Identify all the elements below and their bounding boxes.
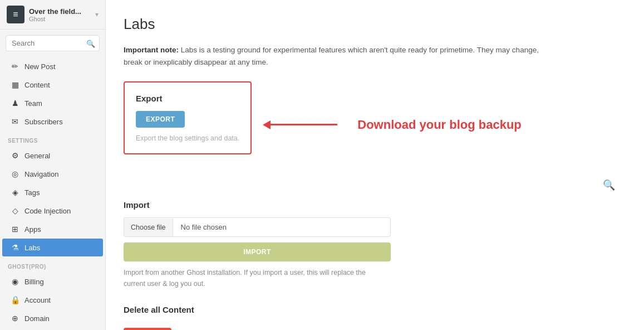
- sidebar-item-label: Team: [24, 99, 42, 108]
- sidebar-item-content[interactable]: ▦ Content: [2, 76, 103, 94]
- apps-icon: ⊞: [10, 225, 20, 234]
- sidebar-item-label: Tags: [24, 188, 40, 197]
- callout-label: Download your blog backup: [357, 118, 522, 132]
- labs-icon: ⚗: [10, 243, 20, 252]
- brand-name: Over the field...: [29, 7, 95, 16]
- callout-arrow: [263, 120, 337, 129]
- domain-icon: ⊕: [10, 314, 20, 323]
- sidebar-item-label: General: [24, 152, 50, 160]
- new-post-icon: ✏: [10, 62, 20, 71]
- sidebar-item-apps[interactable]: ⊞ Apps: [2, 220, 103, 238]
- sidebar-item-label: New Post: [24, 62, 56, 71]
- search-box: 🔍: [6, 35, 100, 51]
- sidebar-item-subscribers[interactable]: ✉ Subscribers: [2, 113, 103, 130]
- sidebar-item-account[interactable]: 🔒 Account: [2, 291, 103, 309]
- import-button[interactable]: IMPORT: [124, 242, 391, 261]
- content-icon: ▦: [10, 80, 20, 89]
- sidebar-item-labs[interactable]: ⚗ Labs: [2, 239, 103, 256]
- sidebar-item-domain[interactable]: ⊕ Domain: [2, 309, 103, 327]
- navigation-icon: ◎: [10, 169, 20, 178]
- sidebar-item-label: Billing: [24, 278, 44, 286]
- ghost-pro-nav: ◉ Billing 🔒 Account ⊕ Domain: [0, 272, 105, 328]
- brand-icon: ≡: [7, 6, 24, 23]
- sidebar-item-billing[interactable]: ◉ Billing: [2, 273, 103, 290]
- choose-file-button[interactable]: Choose file: [124, 219, 173, 236]
- brand-sub: Ghost: [29, 16, 95, 22]
- settings-nav: ⚙ General ◎ Navigation ◈ Tags ◇ Code Inj…: [0, 146, 105, 257]
- code-injection-icon: ◇: [10, 206, 20, 215]
- sidebar-item-label: Labs: [24, 244, 40, 252]
- tags-icon: ◈: [10, 188, 20, 197]
- zoom-icon-wrap: 🔍: [124, 179, 626, 191]
- settings-section-label: SETTINGS: [0, 131, 105, 146]
- sidebar-item-label: Content: [24, 81, 50, 89]
- sidebar-item-label: Code Injection: [24, 207, 71, 215]
- sidebar: ≡ Over the field... Ghost ▾ 🔍 ✏ New Post…: [0, 0, 106, 330]
- export-title: Export: [136, 94, 239, 103]
- arrow-head-icon: [263, 120, 271, 129]
- team-icon: ♟: [10, 99, 20, 108]
- general-icon: ⚙: [10, 151, 20, 160]
- delete-button[interactable]: DELETE: [124, 328, 171, 330]
- search-icon: 🔍: [86, 39, 95, 47]
- delete-title: Delete all Content: [124, 305, 391, 314]
- brand-header[interactable]: ≡ Over the field... Ghost ▾: [0, 0, 105, 30]
- sidebar-item-code-injection[interactable]: ◇ Code Injection: [2, 202, 103, 220]
- export-description: Export the blog settings and data.: [136, 134, 239, 142]
- brand-text: Over the field... Ghost: [29, 7, 95, 22]
- important-note: Important note: Labs is a testing ground…: [124, 44, 558, 68]
- export-button[interactable]: EXPORT: [136, 111, 185, 128]
- sidebar-item-new-post[interactable]: ✏ New Post: [2, 57, 103, 75]
- zoom-icon: 🔍: [603, 179, 615, 191]
- sidebar-item-label: Apps: [24, 225, 41, 234]
- file-input-row: Choose file No file chosen: [124, 217, 391, 237]
- ghost-pro-section-label: GHOST(PRO): [0, 257, 105, 272]
- sidebar-item-navigation[interactable]: ◎ Navigation: [2, 165, 103, 183]
- delete-section: Delete all Content DELETE Delete all pos…: [124, 305, 391, 330]
- account-icon: 🔒: [10, 295, 20, 304]
- primary-nav: ✏ New Post ▦ Content ♟ Team ✉ Subscriber…: [0, 57, 105, 131]
- sidebar-item-tags[interactable]: ◈ Tags: [2, 183, 103, 201]
- arrow-line: [271, 124, 337, 125]
- no-file-text: No file chosen: [173, 218, 390, 236]
- important-note-prefix: Important note:: [124, 46, 179, 54]
- main-content: Labs Important note: Labs is a testing g…: [106, 0, 644, 330]
- page-title: Labs: [124, 16, 626, 33]
- sidebar-item-label: Account: [24, 296, 51, 304]
- search-input[interactable]: [6, 35, 100, 51]
- billing-icon: ◉: [10, 277, 20, 286]
- subscribers-icon: ✉: [10, 117, 20, 126]
- export-section: Export EXPORT Export the blog settings a…: [124, 81, 252, 154]
- sidebar-item-label: Subscribers: [24, 118, 63, 126]
- export-callout-wrapper: Export EXPORT Export the blog settings a…: [124, 81, 625, 168]
- import-description: Import from another Ghost installation. …: [124, 267, 391, 289]
- sidebar-item-label: Navigation: [24, 170, 58, 178]
- sidebar-item-general[interactable]: ⚙ General: [2, 147, 103, 164]
- import-section: Import Choose file No file chosen IMPORT…: [124, 200, 391, 289]
- chevron-down-icon: ▾: [95, 11, 99, 18]
- important-note-body: Labs is a testing ground for experimenta…: [124, 46, 539, 66]
- sidebar-item-label: Domain: [24, 314, 50, 323]
- import-title: Import: [124, 200, 391, 210]
- sidebar-item-team[interactable]: ♟ Team: [2, 94, 103, 112]
